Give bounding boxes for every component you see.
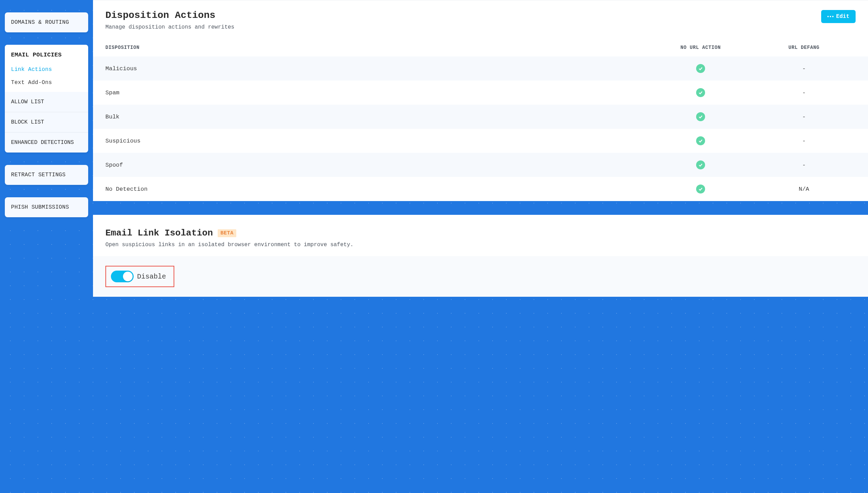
disposition-name: Malicious <box>105 65 649 72</box>
no-url-action-cell <box>649 88 752 97</box>
email-link-isolation-panel: Email Link Isolation BETA Open suspiciou… <box>93 215 868 297</box>
disposition-subtitle: Manage disposition actions and rewrites <box>105 24 234 30</box>
url-defang-cell: - <box>752 90 856 96</box>
check-icon <box>696 185 705 193</box>
no-url-action-cell <box>649 160 752 169</box>
isolation-description: Open suspicious links in an isolated bro… <box>105 242 856 248</box>
table-row: No DetectionN/A <box>93 177 868 201</box>
edit-button-label: Edit <box>836 13 849 20</box>
disposition-name: Bulk <box>105 114 649 120</box>
sidebar-sub-text-addons[interactable]: Text Add-Ons <box>5 76 88 92</box>
no-url-action-cell <box>649 64 752 73</box>
sidebar-item-retract-settings[interactable]: RETRACT SETTINGS <box>5 165 88 185</box>
sidebar-item-block-list[interactable]: BLOCK LIST <box>5 112 88 133</box>
table-row: Bulk- <box>93 105 868 129</box>
main-content: Disposition Actions Manage disposition a… <box>93 0 868 493</box>
check-icon <box>696 136 705 145</box>
table-body: Malicious-Spam-Bulk-Suspicious-Spoof-No … <box>93 56 868 201</box>
isolation-toggle[interactable] <box>111 271 134 282</box>
check-icon <box>696 160 705 169</box>
disposition-header: Disposition Actions Manage disposition a… <box>93 0 868 39</box>
toggle-knob <box>123 272 133 281</box>
url-defang-cell: N/A <box>752 186 856 192</box>
no-url-action-cell <box>649 185 752 193</box>
sidebar-item-email-policies[interactable]: EMAIL POLICIES Link Actions Text Add-Ons <box>5 45 88 92</box>
check-icon <box>696 88 705 97</box>
sidebar-item-enhanced-detections[interactable]: ENHANCED DETECTIONS <box>5 133 88 153</box>
disposition-name: Spam <box>105 90 649 96</box>
disposition-title: Disposition Actions <box>105 10 234 21</box>
sidebar: DOMAINS & ROUTING EMAIL POLICIES Link Ac… <box>0 0 93 493</box>
isolation-header: Email Link Isolation BETA Open suspiciou… <box>93 228 868 256</box>
url-defang-cell: - <box>752 114 856 120</box>
table-row: Spam- <box>93 81 868 105</box>
sidebar-group-policies-lists: EMAIL POLICIES Link Actions Text Add-Ons… <box>5 45 88 153</box>
url-defang-cell: - <box>752 65 856 72</box>
table-row: Malicious- <box>93 56 868 81</box>
table-row: Suspicious- <box>93 129 868 153</box>
no-url-action-cell <box>649 112 752 121</box>
col-url-defang: URL DEFANG <box>752 45 856 50</box>
check-icon <box>696 64 705 73</box>
no-url-action-cell <box>649 136 752 145</box>
beta-badge: BETA <box>218 229 236 237</box>
table-header-row: DISPOSITION NO URL ACTION URL DEFANG <box>93 39 868 56</box>
col-no-url-action: NO URL ACTION <box>649 45 752 50</box>
ellipsis-icon <box>827 16 834 17</box>
sidebar-item-phish-submissions[interactable]: PHISH SUBMISSIONS <box>5 197 88 217</box>
isolation-toggle-section: Disable <box>93 256 868 297</box>
sidebar-item-domains-routing[interactable]: DOMAINS & ROUTING <box>5 12 88 32</box>
check-icon <box>696 112 705 121</box>
disposition-name: Suspicious <box>105 138 649 144</box>
isolation-toggle-highlight: Disable <box>105 266 174 287</box>
sidebar-item-allow-list[interactable]: ALLOW LIST <box>5 92 88 112</box>
sidebar-sub-link-actions[interactable]: Link Actions <box>5 63 88 76</box>
isolation-title: Email Link Isolation <box>105 228 213 238</box>
sidebar-email-policies-header: EMAIL POLICIES <box>5 45 88 63</box>
disposition-table: DISPOSITION NO URL ACTION URL DEFANG Mal… <box>93 39 868 201</box>
edit-button[interactable]: Edit <box>821 10 856 23</box>
isolation-toggle-label: Disable <box>137 273 166 281</box>
disposition-name: No Detection <box>105 186 649 192</box>
disposition-name: Spoof <box>105 162 649 168</box>
url-defang-cell: - <box>752 138 856 144</box>
disposition-actions-panel: Disposition Actions Manage disposition a… <box>93 0 868 201</box>
url-defang-cell: - <box>752 162 856 168</box>
table-row: Spoof- <box>93 153 868 177</box>
col-disposition: DISPOSITION <box>105 45 649 50</box>
